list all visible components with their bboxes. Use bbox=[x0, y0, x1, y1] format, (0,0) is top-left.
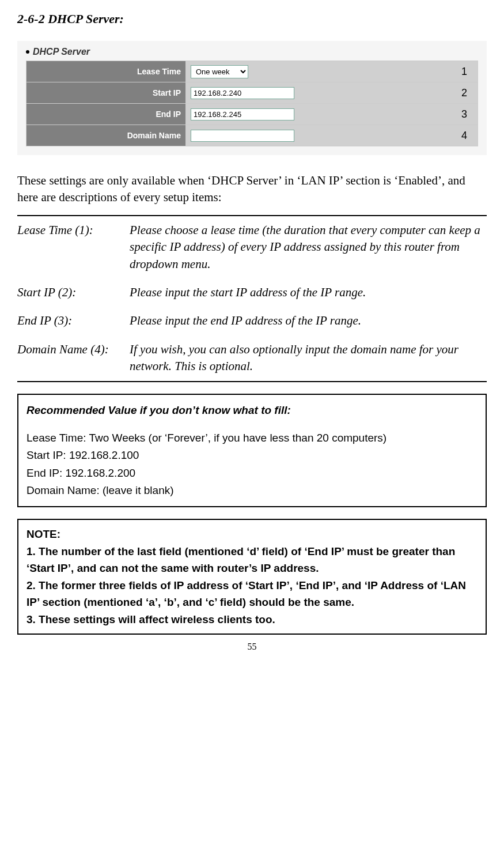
bullet-icon bbox=[26, 50, 29, 54]
note-box: NOTE: 1. The number of the last field (m… bbox=[17, 519, 487, 635]
setting-desc: Please input the start IP address of the… bbox=[130, 278, 487, 307]
row-end-ip: End IP 3 bbox=[26, 104, 478, 125]
settings-table: Lease Time (1): Please choose a lease ti… bbox=[17, 215, 487, 382]
setting-start-ip: Start IP (2): Please input the start IP … bbox=[17, 278, 487, 307]
setting-lease-time: Lease Time (1): Please choose a lease ti… bbox=[17, 216, 487, 278]
section-heading: 2-6-2 DHCP Server: bbox=[17, 12, 487, 27]
label-lease-time: Lease Time bbox=[26, 61, 186, 82]
setting-end-ip: End IP (3): Please input the end IP addr… bbox=[17, 307, 487, 335]
domain-name-input[interactable] bbox=[191, 130, 294, 142]
tag-3: 3 bbox=[461, 108, 467, 120]
setting-name: Lease Time (1): bbox=[17, 216, 130, 278]
note-title: NOTE: bbox=[26, 526, 478, 542]
field-domain-name: 4 bbox=[186, 125, 478, 146]
tag-2: 2 bbox=[461, 87, 467, 99]
screenshot-title-row: DHCP Server bbox=[26, 47, 478, 57]
recommended-title: Recommended Value if you don’t know what… bbox=[26, 402, 478, 419]
note-line: 2. The former three fields of IP address… bbox=[26, 577, 478, 611]
label-end-ip: End IP bbox=[26, 104, 186, 125]
field-end-ip: 3 bbox=[186, 104, 478, 125]
lease-time-select[interactable]: One week bbox=[191, 65, 248, 78]
label-start-ip: Start IP bbox=[26, 82, 186, 104]
recommended-line: Domain Name: (leave it blank) bbox=[26, 482, 478, 499]
recommended-line: Lease Time: Two Weeks (or ‘Forever’, if … bbox=[26, 429, 478, 447]
field-lease-time: One week 1 bbox=[186, 61, 478, 82]
page-number: 55 bbox=[17, 642, 487, 652]
screenshot-title-text: DHCP Server bbox=[33, 47, 90, 57]
config-table: Lease Time One week 1 Start IP 2 End IP … bbox=[26, 61, 478, 146]
intro-text: These settings are only available when ‘… bbox=[17, 172, 487, 206]
dhcp-server-screenshot: DHCP Server Lease Time One week 1 Start … bbox=[17, 41, 487, 155]
field-start-ip: 2 bbox=[186, 82, 478, 104]
end-ip-input[interactable] bbox=[191, 108, 294, 120]
recommended-line: Start IP: 192.168.2.100 bbox=[26, 447, 478, 464]
start-ip-input[interactable] bbox=[191, 87, 294, 99]
setting-desc: Please input the end IP address of the I… bbox=[130, 307, 487, 335]
recommended-line: End IP: 192.168.2.200 bbox=[26, 465, 478, 482]
setting-name: Domain Name (4): bbox=[17, 335, 130, 382]
setting-desc: Please choose a lease time (the duration… bbox=[130, 216, 487, 278]
tag-4: 4 bbox=[461, 130, 467, 142]
label-domain-name: Domain Name bbox=[26, 125, 186, 146]
setting-domain-name: Domain Name (4): If you wish, you can al… bbox=[17, 335, 487, 382]
row-start-ip: Start IP 2 bbox=[26, 82, 478, 104]
note-line: 3. These settings will affect wireless c… bbox=[26, 611, 478, 628]
setting-name: End IP (3): bbox=[17, 307, 130, 335]
row-lease-time: Lease Time One week 1 bbox=[26, 61, 478, 82]
row-domain-name: Domain Name 4 bbox=[26, 125, 478, 146]
note-line: 1. The number of the last field (mention… bbox=[26, 543, 478, 577]
recommended-box: Recommended Value if you don’t know what… bbox=[17, 394, 487, 508]
tag-1: 1 bbox=[461, 66, 467, 78]
setting-name: Start IP (2): bbox=[17, 278, 130, 307]
setting-desc: If you wish, you can also optionally inp… bbox=[130, 335, 487, 382]
